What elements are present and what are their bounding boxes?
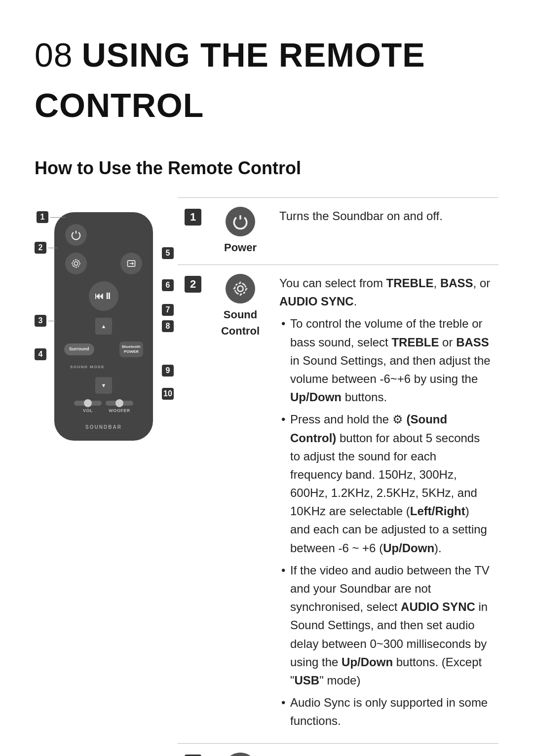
remote-label-2: 2: [35, 242, 57, 254]
remote-label-3: 3: [35, 315, 55, 327]
description-table-col: 1 Power Turns the Soundbar on: [178, 197, 498, 756]
row2-icon-label: Sound Control: [215, 306, 266, 339]
row2-bullet-1: To control the volume of the treble or b…: [279, 314, 492, 406]
row3-num-badge: 3: [185, 755, 201, 756]
table-row-sound-control: 2 Sound Control: [178, 265, 498, 744]
section-title: How to Use the Remote Control: [35, 155, 498, 182]
surround-icon: Surround: [224, 753, 257, 756]
row1-desc-cell: Turns the Soundbar on and off.: [272, 198, 498, 265]
row2-bullet-2: Press and hold the ⚙ (Sound Control) but…: [279, 410, 492, 557]
power-icon: [226, 207, 255, 236]
row1-icon-label: Power: [224, 239, 257, 256]
remote-diagram: ⏮⏸ ▲ Surround BluetoothPOWER: [35, 197, 178, 451]
remote-label-9: 9: [162, 359, 174, 378]
woofer-label: WOOFER: [109, 408, 130, 415]
soundbar-label: SOUNDBAR: [85, 423, 122, 431]
svg-point-0: [74, 262, 77, 265]
row3-desc-cell: The Surround Sound function adds depth a…: [272, 743, 498, 756]
down-button[interactable]: ▼: [95, 377, 112, 394]
row2-desc-list: To control the volume of the treble or b…: [279, 314, 492, 730]
row1-num-cell: 1: [178, 198, 208, 265]
remote-label-5: 5: [162, 242, 174, 261]
remote-label-1: 1: [37, 211, 65, 223]
remote-label-6: 6: [162, 274, 174, 293]
table-row-surround: 3 Surround Surround The Surround Sound f…: [178, 743, 498, 756]
remote-label-10: 10: [162, 382, 174, 402]
svg-point-3: [237, 286, 243, 291]
sound-control-button[interactable]: [65, 253, 87, 274]
row2-bullet-4: Audio Sync is only supported in some fun…: [279, 693, 492, 730]
row1-icon-cell: Power: [208, 198, 272, 265]
up-button[interactable]: ▲: [95, 318, 112, 335]
row2-icon-cell: Sound Control: [208, 265, 272, 744]
row3-desc-intro: The Surround Sound function adds depth a…: [279, 753, 492, 756]
row2-desc-cell: You can select from TREBLE, BASS, or AUD…: [272, 265, 498, 744]
power-button[interactable]: [65, 224, 87, 246]
table-row-power: 1 Power Turns the Soundbar on: [178, 198, 498, 265]
remote-label-8: 8: [162, 315, 174, 334]
play-pause-button[interactable]: ⏮⏸: [89, 281, 118, 311]
page-title: 08USING THE REMOTE CONTROL: [35, 30, 498, 130]
row3-num-cell: 3: [178, 743, 208, 756]
row2-bullet-3: If the video and audio between the TV an…: [279, 561, 492, 689]
row2-desc-intro: You can select from TREBLE, BASS, or AUD…: [279, 274, 492, 310]
surround-remote-button[interactable]: Surround: [64, 343, 94, 355]
remote-label-4: 4: [35, 343, 46, 362]
vol-label: VOL: [83, 408, 93, 415]
bluetooth-power-button[interactable]: BluetoothPOWER: [119, 341, 143, 357]
row1-desc-text: Turns the Soundbar on and off.: [279, 209, 443, 223]
row2-num-cell: 2: [178, 265, 208, 744]
description-table: 1 Power Turns the Soundbar on: [178, 197, 498, 756]
row2-num-badge: 2: [185, 276, 201, 293]
vol-woofer-row: VOL WOOFER: [74, 401, 133, 415]
remote-body: ⏮⏸ ▲ Surround BluetoothPOWER: [54, 212, 153, 441]
source-button[interactable]: [120, 253, 142, 274]
main-content: ⏮⏸ ▲ Surround BluetoothPOWER: [35, 197, 498, 756]
sound-mode-label: SOUND MODE: [63, 364, 105, 370]
row3-icon-cell: Surround Surround: [208, 743, 272, 756]
sound-control-icon: [226, 274, 255, 303]
row1-num-badge: 1: [185, 209, 201, 226]
